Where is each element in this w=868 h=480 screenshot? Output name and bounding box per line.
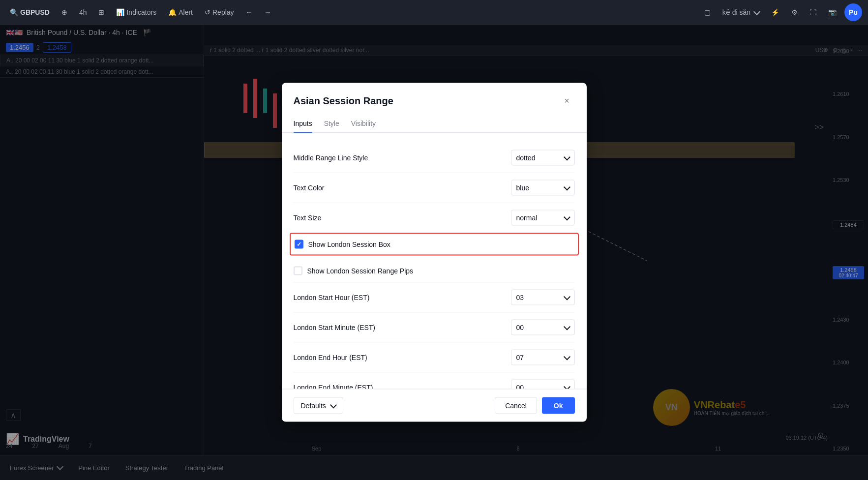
- search-icon: 🔍: [10, 8, 18, 16]
- london-start-minute-row: London Start Minute (EST) 00: [294, 313, 575, 343]
- london-end-hour-label: London End Hour (EST): [294, 354, 511, 361]
- chart-type-icon: ⊞: [98, 8, 104, 16]
- middle-range-line-style-row: Middle Range Line Style dotted: [294, 143, 575, 173]
- chevron-down-icon: [563, 213, 570, 220]
- text-color-label: Text Color: [294, 184, 511, 192]
- london-end-hour-select[interactable]: 07: [511, 350, 575, 365]
- chevron-down-icon: [563, 183, 570, 190]
- chevron-down-icon: [563, 293, 570, 300]
- chevron-down-icon: [563, 353, 570, 360]
- show-london-session-box-label: Show London Session Box: [308, 240, 390, 248]
- text-size-select[interactable]: normal: [511, 210, 575, 226]
- top-toolbar: 🔍 GBPUSD ⊕ 4h ⊞ 📊 Indicators 🔔 Alert ↺ R…: [0, 0, 868, 25]
- middle-range-line-style-value: dotted: [516, 154, 536, 162]
- text-size-value: normal: [516, 214, 538, 222]
- london-end-minute-label: London End Minute (EST): [294, 384, 511, 389]
- undo-button[interactable]: ←: [242, 6, 257, 18]
- hunter-profile[interactable]: kẻ đi săn: [718, 6, 763, 18]
- alert-button[interactable]: 🔔 Alert: [164, 6, 197, 18]
- chevron-down-icon: [563, 153, 570, 160]
- chevron-down-icon: [753, 8, 760, 15]
- modal-overlay[interactable]: Asian Session Range × Inputs Style Visib…: [0, 25, 868, 480]
- camera-icon: 📷: [828, 8, 837, 16]
- text-color-value: blue: [516, 184, 529, 192]
- settings-button[interactable]: ⚙: [787, 6, 802, 18]
- modal-title: Asian Session Range: [294, 95, 393, 106]
- modal-footer: Defaults Cancel Ok: [282, 389, 587, 422]
- london-end-minute-row: London End Minute (EST) 00: [294, 373, 575, 389]
- london-end-minute-select[interactable]: 00: [511, 380, 575, 389]
- chevron-down-icon: [563, 383, 570, 389]
- layout-icon: ▢: [704, 8, 711, 16]
- indicators-label: Indicators: [126, 8, 156, 16]
- tab-style[interactable]: Style: [324, 115, 339, 133]
- user-avatar[interactable]: Pu: [844, 3, 862, 21]
- lightning-icon: ⚡: [771, 8, 779, 16]
- lightning-button[interactable]: ⚡: [767, 6, 783, 18]
- redo-icon: →: [265, 8, 271, 16]
- defaults-button[interactable]: Defaults: [294, 397, 343, 414]
- undo-icon: ←: [246, 8, 253, 16]
- add-symbol-button[interactable]: ⊕: [58, 6, 71, 18]
- london-start-hour-row: London Start Hour (EST) 03: [294, 283, 575, 313]
- fullscreen-icon: ⛶: [809, 8, 816, 16]
- layout-button[interactable]: ▢: [700, 6, 715, 18]
- tab-visibility[interactable]: Visibility: [351, 115, 376, 133]
- modal-body: Middle Range Line Style dotted Text Colo…: [282, 133, 587, 389]
- modal-close-button[interactable]: ×: [559, 93, 575, 109]
- asian-session-range-modal: Asian Session Range × Inputs Style Visib…: [282, 83, 587, 422]
- redo-button[interactable]: →: [261, 6, 275, 18]
- gear-icon: ⚙: [791, 8, 798, 16]
- camera-button[interactable]: 📷: [824, 6, 840, 18]
- plus-icon: ⊕: [61, 8, 67, 16]
- london-start-minute-value: 00: [516, 324, 524, 331]
- london-end-hour-row: London End Hour (EST) 07: [294, 343, 575, 373]
- toolbar-right: ▢ kẻ đi săn ⚡ ⚙ ⛶ 📷 Pu: [700, 3, 862, 21]
- replay-icon: ↺: [205, 8, 210, 16]
- symbol-label: GBPUSD: [20, 8, 50, 16]
- defaults-label: Defaults: [301, 402, 326, 410]
- hunter-label: kẻ đi săn: [722, 8, 750, 16]
- chevron-down-icon: [330, 401, 337, 408]
- ok-button[interactable]: Ok: [542, 397, 575, 414]
- show-london-session-range-pips-label: Show London Session Range Pips: [307, 267, 414, 275]
- show-london-session-box-row: Show London Session Box: [290, 233, 579, 256]
- alert-label: Alert: [179, 8, 193, 16]
- replay-label: Replay: [212, 8, 234, 16]
- chevron-down-icon: [563, 323, 570, 330]
- show-london-session-range-pips-row: Show London Session Range Pips: [294, 260, 575, 283]
- show-london-session-range-pips-checkbox[interactable]: [294, 267, 302, 275]
- chart-type-button[interactable]: ⊞: [94, 6, 108, 18]
- indicators-icon: 📊: [116, 8, 124, 16]
- replay-button[interactable]: ↺ Replay: [201, 6, 238, 18]
- tab-inputs[interactable]: Inputs: [294, 115, 312, 133]
- alert-icon: 🔔: [168, 8, 177, 16]
- modal-header: Asian Session Range ×: [282, 83, 587, 109]
- london-start-hour-select[interactable]: 03: [511, 290, 575, 305]
- london-start-hour-value: 03: [516, 294, 524, 301]
- london-start-minute-label: London Start Minute (EST): [294, 324, 511, 331]
- footer-actions: Cancel Ok: [495, 397, 574, 414]
- london-start-minute-select[interactable]: 00: [511, 320, 575, 335]
- timeframe-selector[interactable]: 4h: [75, 6, 91, 18]
- text-size-row: Text Size normal: [294, 203, 575, 233]
- middle-range-line-style-label: Middle Range Line Style: [294, 154, 511, 162]
- indicators-button[interactable]: 📊 Indicators: [112, 6, 160, 18]
- london-start-hour-label: London Start Hour (EST): [294, 294, 511, 301]
- symbol-search[interactable]: 🔍 GBPUSD: [6, 6, 54, 18]
- london-end-hour-value: 07: [516, 354, 524, 361]
- text-color-select[interactable]: blue: [511, 180, 575, 196]
- show-london-session-box-checkbox[interactable]: [295, 240, 303, 249]
- middle-range-line-style-select[interactable]: dotted: [511, 150, 575, 166]
- text-size-label: Text Size: [294, 214, 511, 222]
- london-end-minute-value: 00: [516, 384, 524, 389]
- timeframe-label: 4h: [79, 8, 87, 16]
- cancel-button[interactable]: Cancel: [495, 397, 537, 414]
- fullscreen-button[interactable]: ⛶: [806, 6, 820, 18]
- text-color-row: Text Color blue: [294, 173, 575, 203]
- modal-tabs: Inputs Style Visibility: [282, 115, 587, 133]
